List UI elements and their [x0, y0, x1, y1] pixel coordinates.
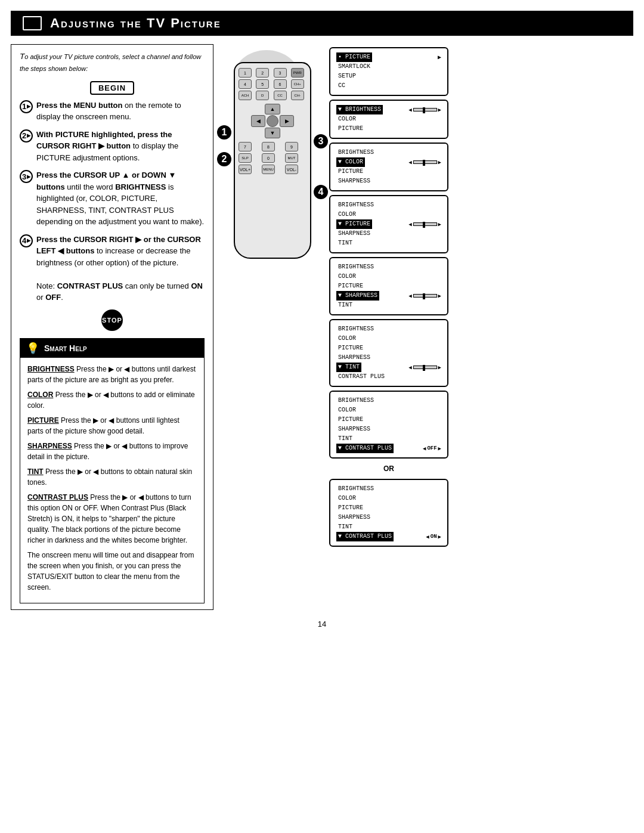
- remote-btn-7[interactable]: 7: [239, 142, 252, 151]
- tv-icon: [23, 16, 42, 30]
- step-1-number: 1: [20, 100, 33, 113]
- remote-btn-menu[interactable]: MENU: [262, 165, 275, 174]
- remote-btn-0[interactable]: 0: [262, 153, 275, 163]
- sharpness-item-2: SHARPNESS: [336, 229, 441, 239]
- remote-btn-vol-down[interactable]: VOL-: [285, 165, 298, 174]
- remote-nav-cross: ▲ ◀ ▶ ▼: [239, 103, 306, 139]
- remote-nav-left[interactable]: ◀: [251, 115, 265, 127]
- contrast-plus-item-5: CONTRAST PLUS: [336, 372, 441, 382]
- tint-keyword: TINT: [27, 467, 44, 476]
- remote-btn-4[interactable]: 4: [239, 79, 252, 89]
- remote-nav-right[interactable]: ▶: [280, 115, 294, 127]
- smart-help-content: BRIGHTNESS Press the ▶ or ◀ buttons unti…: [20, 358, 204, 603]
- tint-item-2: TINT: [336, 301, 441, 310]
- tint-item-1: TINT: [336, 239, 441, 248]
- remote-btn-8[interactable]: 8: [262, 142, 275, 151]
- main-layout: To adjust your TV picture controls, sele…: [11, 44, 633, 610]
- contrast-value-off: ◀ OFF ▶: [423, 445, 441, 452]
- remote-btn-1[interactable]: 1: [239, 68, 252, 78]
- remote-btn-mute[interactable]: MUT: [285, 153, 298, 163]
- sharpness-screen: BRIGHTNESS COLOR PICTURE ▼ SHARPNESS ◀ ▶…: [329, 257, 448, 315]
- color-item-7: COLOR: [336, 494, 441, 503]
- remote-btn-2[interactable]: 2: [256, 68, 269, 78]
- intro-text: To adjust your TV picture controls, sele…: [20, 51, 205, 75]
- picture-screen: BRIGHTNESS COLOR ▼ PICTURE ◀ ▶ SHARPNESS…: [329, 195, 448, 253]
- brightness-screen: ▼ BRIGHTNESS ◀ ▶ COLOR PICTURE: [329, 100, 448, 139]
- sharpness-highlighted: ▼ SHARPNESS: [336, 291, 379, 301]
- left-column: To adjust your TV picture controls, sele…: [11, 44, 213, 610]
- picture-item-4: PICTURE: [336, 281, 441, 291]
- brightness-item-5: BRIGHTNESS: [336, 324, 441, 334]
- page-header: Adjusting the TV Picture: [11, 11, 633, 36]
- remote-btn-d[interactable]: D: [256, 91, 269, 100]
- remote-nav-down[interactable]: ▼: [265, 128, 280, 138]
- color-slider: ◀ ▶: [408, 159, 441, 166]
- lightbulb-icon: 💡: [26, 342, 39, 355]
- begin-label: BEGIN: [90, 81, 134, 95]
- remote-nav-up[interactable]: ▲: [265, 104, 280, 114]
- setup-menu-item: SETUP: [336, 72, 441, 81]
- step-2-number: 2: [20, 129, 33, 143]
- screens-right: ▪ PICTURE ▶ SMARTLOCK SETUP CC ▼ BRIGHTN…: [329, 44, 633, 547]
- remote-btn-power[interactable]: PWR: [291, 68, 304, 78]
- step-4-text: Press the CURSOR RIGHT ▶ or the CURSOR L…: [36, 234, 205, 304]
- remote-btn-cc[interactable]: CC: [274, 91, 287, 100]
- help-color: COLOR Press the ▶ or ◀ buttons to add or…: [27, 389, 197, 411]
- smart-help-title: Smart Help: [44, 343, 87, 353]
- remote-btn-ch-down[interactable]: CH-: [291, 91, 304, 100]
- right-column: 1 2 3 PWR 4 5 6 CH+ ACH D: [222, 44, 633, 610]
- remote-btn-ch-plus[interactable]: CH+: [291, 79, 304, 89]
- smart-help-section: 💡 Smart Help BRIGHTNESS Press the ▶ or ◀…: [20, 338, 205, 603]
- remote-area: 1 2 3 PWR 4 5 6 CH+ ACH D: [222, 62, 323, 259]
- contrast-plus-highlighted-off: ▼ CONTRAST PLUS: [336, 444, 394, 453]
- cc-menu-item: CC: [336, 81, 441, 91]
- picture-item-1: PICTURE: [336, 124, 441, 134]
- color-item-3: COLOR: [336, 210, 441, 219]
- sharpness-item-6: SHARPNESS: [336, 425, 441, 434]
- sharpness-item-5: SHARPNESS: [336, 353, 441, 363]
- contrast-plus-highlighted-on: ▼ CONTRAST PLUS: [336, 532, 394, 541]
- begin-badge: BEGIN: [20, 81, 205, 95]
- remote-btn-ach[interactable]: ACH: [239, 91, 252, 100]
- callout-1: 1: [217, 125, 231, 140]
- remote-btn-5[interactable]: 5: [256, 79, 269, 89]
- contrast-off-screen: BRIGHTNESS COLOR PICTURE SHARPNESS TINT …: [329, 391, 448, 459]
- callout-4: 4: [314, 185, 328, 199]
- page-number: 14: [11, 620, 633, 628]
- initial-picture-screen: ▪ PICTURE ▶ SMARTLOCK SETUP CC: [329, 47, 448, 96]
- remote-btn-sleep[interactable]: SLP: [239, 153, 252, 163]
- remote-btn-vol-up[interactable]: VOL+: [239, 165, 252, 174]
- help-picture: PICTURE Press the ▶ or ◀ buttons until l…: [27, 415, 197, 436]
- brightness-keyword: BRIGHTNESS: [27, 365, 75, 373]
- help-contrast-plus: CONTRAST PLUS Press the ▶ or ◀ buttons t…: [27, 492, 197, 546]
- help-tint: TINT Press the ▶ or ◀ buttons to obtain …: [27, 466, 197, 488]
- step-4: 4 Press the CURSOR RIGHT ▶ or the CURSOR…: [20, 234, 205, 304]
- color-screen: BRIGHTNESS ▼ COLOR ◀ ▶ PICTURE SHARPNESS: [329, 143, 448, 191]
- remote-btn-6[interactable]: 6: [274, 79, 287, 89]
- remote-nav-select[interactable]: [267, 115, 278, 127]
- remote-btn-9[interactable]: 9: [285, 142, 298, 151]
- help-sharpness: SHARPNESS Press the ▶ or ◀ buttons to im…: [27, 441, 197, 462]
- tint-item-7: TINT: [336, 522, 441, 532]
- color-item-5: COLOR: [336, 334, 441, 343]
- callout-3: 3: [314, 134, 328, 148]
- picture-item-6: PICTURE: [336, 415, 441, 425]
- contrast-value-on: ◀ ON ▶: [426, 534, 441, 540]
- picture-item-7: PICTURE: [336, 503, 441, 513]
- brightness-highlighted: ▼ BRIGHTNESS: [336, 105, 383, 114]
- picture-menu-item: ▪ PICTURE: [336, 52, 372, 62]
- remote-btn-3[interactable]: 3: [274, 68, 287, 78]
- brightness-slider: ◀ ▶: [408, 107, 441, 113]
- step-2-text: With PICTURE highlighted, press the CURS…: [36, 129, 205, 164]
- brightness-item-4: BRIGHTNESS: [336, 262, 441, 272]
- step-2: 2 With PICTURE highlighted, press the CU…: [20, 129, 205, 164]
- brightness-item-7: BRIGHTNESS: [336, 484, 441, 494]
- picture-item-5: PICTURE: [336, 343, 441, 353]
- picture-keyword: PICTURE: [27, 416, 59, 425]
- smartlock-menu-item: SMARTLOCK: [336, 62, 441, 72]
- picture-slider: ◀ ▶: [408, 221, 441, 228]
- stop-badge: STOP: [20, 309, 205, 331]
- step-3: 3 Press the CURSOR UP ▲ or DOWN ▼ button…: [20, 169, 205, 228]
- tint-highlighted: ▼ TINT: [336, 363, 361, 372]
- tint-slider: ◀ ▶: [408, 364, 441, 371]
